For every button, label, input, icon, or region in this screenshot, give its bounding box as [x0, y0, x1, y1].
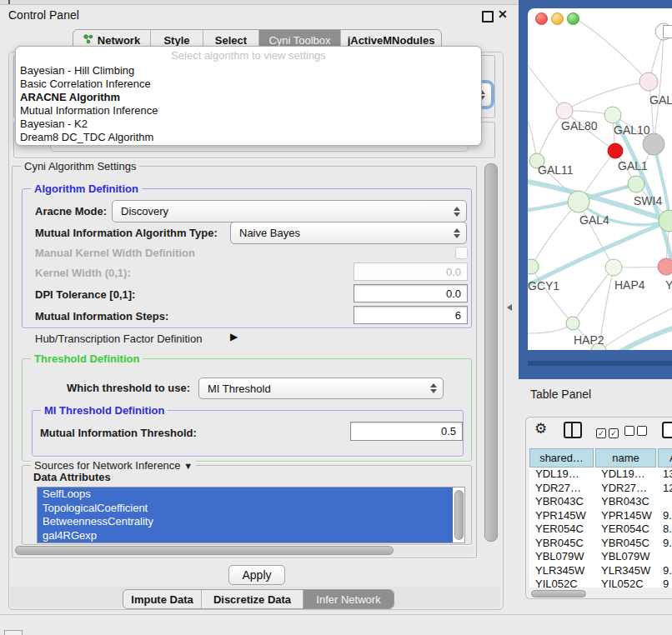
- deselect-all-checks-icon[interactable]: [624, 424, 647, 439]
- sources-title-text: Sources for Network Inference: [34, 459, 181, 472]
- table-row[interactable]: YPR145WYPR145W9.: [529, 509, 672, 523]
- table-row[interactable]: YIL052CYIL052C9: [529, 578, 672, 588]
- table-row[interactable]: YER054CYER054C8.: [529, 522, 672, 537]
- network-node[interactable]: [628, 176, 644, 192]
- zoom-traffic-light[interactable]: [567, 12, 579, 25]
- apply-button[interactable]: Apply: [228, 565, 285, 585]
- split-columns-divider: [571, 423, 573, 437]
- data-attributes-label: Data Attributes: [33, 471, 111, 483]
- network-canvas[interactable]: GAL GAL80 GAL10 GAL1 GAL11 SWI4 GAL4 GCY…: [528, 8, 672, 350]
- panel-splitter-handle[interactable]: [507, 304, 512, 311]
- table-row[interactable]: YBR045CYBR045C9.: [529, 537, 672, 551]
- column-header-shared[interactable]: shared…: [529, 448, 594, 468]
- node-label: GAL4: [579, 213, 609, 227]
- algorithm-item[interactable]: Bayesian - Hill Climbing: [16, 64, 481, 78]
- node-label: GAL11: [538, 163, 574, 177]
- threshold-definition-title: Threshold Definition: [31, 352, 143, 365]
- column-header-name[interactable]: name: [595, 448, 656, 468]
- tab-impute-data[interactable]: Impute Data: [123, 590, 202, 608]
- network-node[interactable]: [528, 259, 539, 274]
- gear-icon[interactable]: ⚙: [534, 420, 547, 438]
- attribute-item[interactable]: TopologicalCoefficient: [38, 502, 453, 516]
- manual-kernel-checkbox[interactable]: [455, 247, 468, 259]
- table-body: YDL19…YDL19…13 YDR27…YDR27…12 YBR043CYBR…: [529, 468, 672, 588]
- algorithm-item[interactable]: Mutual Information Inference: [16, 104, 481, 118]
- tab-discretize-data[interactable]: Discretize Data: [202, 590, 303, 608]
- kernel-width-input[interactable]: 0.0: [354, 262, 468, 281]
- node-label: GAL10: [614, 123, 650, 137]
- mi-threshold-label: Mutual Information Threshold:: [40, 427, 197, 439]
- top-edge-strip: [0, 0, 519, 5]
- attribute-item[interactable]: SelfLoops: [38, 488, 453, 502]
- algorithm-item[interactable]: Dream8 DC_TDC Algorithm: [16, 131, 481, 144]
- network-node[interactable]: [659, 210, 672, 232]
- close-traffic-light[interactable]: [535, 12, 548, 25]
- algorithm-popup: Select algorithm to view settings Bayesi…: [15, 46, 482, 146]
- settings-vscrollbar[interactable]: [484, 163, 498, 542]
- table-header: shared… name A: [529, 448, 672, 468]
- algorithm-item[interactable]: Bayesian - K2: [16, 118, 481, 131]
- attributes-list[interactable]: SelfLoops TopologicalCoefficient Between…: [37, 487, 465, 543]
- mi-steps-label: Mutual Information Steps:: [35, 310, 168, 322]
- aracne-mode-combo[interactable]: Discovery: [112, 200, 467, 222]
- expand-arrow-icon[interactable]: ▶: [230, 331, 238, 342]
- algorithm-item[interactable]: Basic Correlation Inference: [16, 78, 481, 91]
- node-label: HAP2: [574, 333, 604, 347]
- sources-title: Sources for Network Inference ▼: [31, 459, 196, 472]
- column-header-extra[interactable]: A: [658, 448, 672, 468]
- network-node[interactable]: [658, 258, 672, 275]
- mi-type-label: Mutual Information Algorithm Type:: [35, 227, 218, 239]
- node-label: GCY1: [528, 279, 559, 292]
- cyni-settings-title: Cyni Algorithm Settings: [21, 160, 139, 172]
- node-label: HAP4: [614, 278, 645, 292]
- attributes-vscrollbar[interactable]: [454, 490, 464, 540]
- bottom-left-stub-button[interactable]: [4, 630, 23, 635]
- network-node[interactable]: [604, 107, 621, 123]
- algorithm-item-selected[interactable]: ARACNE Algorithm: [16, 91, 481, 104]
- tab-infer-network[interactable]: Infer Network: [303, 590, 394, 608]
- close-icon[interactable]: ✕: [498, 8, 508, 21]
- node-label: SWI4: [634, 194, 662, 208]
- table-row[interactable]: YBR043CYBR043C: [529, 495, 672, 509]
- table-row[interactable]: YBL079WYBL079W: [529, 550, 672, 564]
- network-node[interactable]: [556, 102, 573, 119]
- algorithm-definition-title: Algorithm Definition: [31, 182, 142, 195]
- dpi-tolerance-label: DPI Tolerance [0,1]:: [35, 288, 135, 301]
- network-node[interactable]: [608, 143, 623, 158]
- split-columns-icon[interactable]: [564, 422, 582, 438]
- float-window-icon[interactable]: [482, 11, 494, 22]
- select-all-checks-icon[interactable]: ✓✓: [596, 424, 619, 439]
- table-mode-icon[interactable]: [662, 422, 672, 438]
- bottom-tabbar: Impute Data Discretize Data Infer Networ…: [123, 589, 394, 609]
- page-title: Control Panel: [8, 8, 79, 22]
- aracne-mode-value: Discovery: [113, 205, 168, 218]
- attribute-item[interactable]: gal4RGexp: [38, 529, 453, 543]
- hub-definition-label[interactable]: Hub/Transcription Factor Definition: [35, 332, 202, 345]
- table-hscrollbar[interactable]: [531, 590, 586, 598]
- table-row[interactable]: YLR345WYLR345W9.: [529, 564, 672, 578]
- node-label-group: GAL GAL80 GAL10 GAL1 GAL11 SWI4 GAL4 GCY…: [528, 93, 672, 347]
- table-panel-title: Table Panel: [530, 388, 591, 401]
- collapse-arrow-icon[interactable]: ▼: [183, 461, 193, 471]
- table-row[interactable]: YDR27…YDR27…12: [529, 482, 672, 496]
- mi-steps-input[interactable]: 6: [354, 306, 468, 324]
- minimize-traffic-light[interactable]: [551, 12, 564, 25]
- combo-stepper-icon: [430, 383, 437, 393]
- which-threshold-combo[interactable]: MI Threshold: [198, 378, 444, 399]
- mi-threshold-input[interactable]: 0.5: [350, 422, 463, 441]
- table-row[interactable]: YDL19…YDL19…13: [529, 468, 672, 482]
- mi-type-value: Naive Bayes: [231, 227, 300, 239]
- mi-threshold-title: MI Threshold Definition: [41, 404, 168, 417]
- settings-hscrollbar[interactable]: [15, 546, 394, 555]
- network-node[interactable]: [639, 72, 658, 91]
- mi-type-combo[interactable]: Naive Bayes: [230, 222, 467, 244]
- dpi-tolerance-input[interactable]: 0.0: [354, 284, 468, 302]
- network-topright-widget[interactable]: [663, 25, 672, 38]
- network-canvas-window: GAL GAL80 GAL10 GAL1 GAL11 SWI4 GAL4 GCY…: [528, 8, 672, 350]
- network-node[interactable]: [566, 317, 579, 330]
- network-node[interactable]: [568, 191, 589, 212]
- table-panel-body: ⚙ ✓✓ shared… name A YDL19…YDL19…13 YDR27…: [525, 417, 672, 599]
- network-node[interactable]: [605, 259, 622, 276]
- node-label: GAL1: [618, 159, 648, 172]
- attribute-item[interactable]: BetweennessCentrality: [38, 515, 453, 529]
